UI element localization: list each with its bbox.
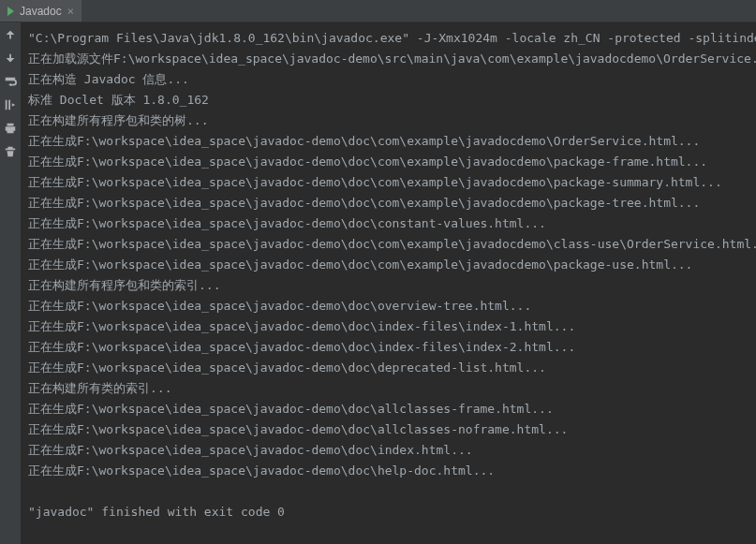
- console-line: 正在生成F:\workspace\idea_space\javadoc-demo…: [28, 316, 749, 337]
- console-line: 正在生成F:\workspace\idea_space\javadoc-demo…: [28, 172, 749, 193]
- console-line: "C:\Program Files\Java\jdk1.8.0_162\bin\…: [28, 28, 749, 49]
- console-line: 正在生成F:\workspace\idea_space\javadoc-demo…: [28, 234, 749, 255]
- tab-bar: Javadoc ×: [0, 0, 756, 22]
- console-gutter: [0, 22, 21, 544]
- console-line: 正在生成F:\workspace\idea_space\javadoc-demo…: [28, 358, 749, 378]
- console-line: 正在构造 Javadoc 信息...: [28, 69, 749, 90]
- console-line: 正在生成F:\workspace\idea_space\javadoc-demo…: [28, 152, 749, 172]
- console-output[interactable]: "C:\Program Files\Java\jdk1.8.0_162\bin\…: [21, 22, 756, 544]
- console-line: 标准 Doclet 版本 1.8.0_162: [28, 90, 749, 110]
- console-line: 正在构建所有程序包和类的索引...: [28, 275, 749, 296]
- soft-wrap-icon[interactable]: [4, 75, 17, 91]
- run-icon: [7, 7, 14, 16]
- console-line: 正在生成F:\workspace\idea_space\javadoc-demo…: [28, 399, 749, 419]
- main-area: "C:\Program Files\Java\jdk1.8.0_162\bin\…: [0, 22, 756, 544]
- scroll-down-icon[interactable]: [4, 51, 17, 67]
- close-icon[interactable]: ×: [67, 5, 74, 18]
- clear-icon[interactable]: [4, 145, 17, 161]
- scroll-to-end-icon[interactable]: [4, 98, 17, 114]
- console-line: 正在生成F:\workspace\idea_space\javadoc-demo…: [28, 440, 749, 461]
- console-line: 正在生成F:\workspace\idea_space\javadoc-demo…: [28, 419, 749, 440]
- console-line: [28, 481, 749, 502]
- console-line: "javadoc" finished with exit code 0: [28, 502, 749, 522]
- console-line: 正在生成F:\workspace\idea_space\javadoc-demo…: [28, 213, 749, 234]
- console-line: 正在构建所有程序包和类的树...: [28, 110, 749, 131]
- console-line: 正在生成F:\workspace\idea_space\javadoc-demo…: [28, 337, 749, 358]
- console-line: 正在构建所有类的索引...: [28, 378, 749, 399]
- tab-javadoc[interactable]: Javadoc ×: [0, 0, 82, 22]
- console-line: 正在生成F:\workspace\idea_space\javadoc-demo…: [28, 255, 749, 275]
- console-line: 正在生成F:\workspace\idea_space\javadoc-demo…: [28, 193, 749, 213]
- scroll-up-icon[interactable]: [4, 28, 17, 44]
- console-line: 正在加载源文件F:\workspace\idea_space\javadoc-d…: [28, 49, 749, 69]
- console-line: 正在生成F:\workspace\idea_space\javadoc-demo…: [28, 296, 749, 316]
- console-line: 正在生成F:\workspace\idea_space\javadoc-demo…: [28, 131, 749, 152]
- console-line: 正在生成F:\workspace\idea_space\javadoc-demo…: [28, 461, 749, 481]
- tab-label: Javadoc: [20, 5, 62, 18]
- print-icon[interactable]: [4, 122, 17, 138]
